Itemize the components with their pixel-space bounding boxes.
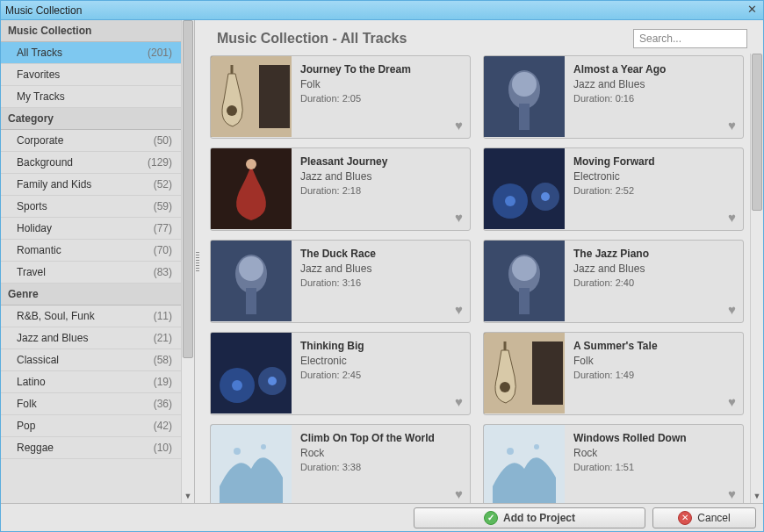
- favorite-icon[interactable]: ♥: [455, 210, 463, 225]
- album-art: [484, 333, 565, 413]
- album-art: [211, 56, 292, 137]
- track-duration: Duration: 2:40: [573, 277, 734, 288]
- track-card[interactable]: Pleasant JourneyJazz and BluesDuration: …: [210, 147, 471, 231]
- track-info: The Duck RaceJazz and BluesDuration: 3:1…: [292, 241, 470, 322]
- track-title: Thinking Big: [300, 340, 461, 352]
- track-title: A Summer's Tale: [573, 340, 734, 352]
- track-duration: Duration: 0:16: [573, 93, 734, 104]
- track-genre: Jazz and Blues: [573, 78, 734, 90]
- track-card[interactable]: The Jazz PianoJazz and BluesDuration: 2:…: [483, 240, 744, 323]
- scroll-down-icon[interactable]: ▼: [751, 490, 763, 503]
- add-to-project-button[interactable]: ✓ Add to Project: [414, 507, 645, 528]
- sidebar-item[interactable]: Corporate(50): [1, 130, 181, 152]
- svg-point-27: [268, 377, 277, 385]
- sidebar-item-label: Pop: [17, 420, 154, 432]
- track-info: Journey To the DreamFolkDuration: 2:05: [292, 56, 470, 138]
- track-title: Almost a Year Ago: [573, 63, 734, 75]
- track-card[interactable]: The Duck RaceJazz and BluesDuration: 3:1…: [210, 240, 471, 323]
- favorite-icon[interactable]: ♥: [728, 210, 736, 225]
- search-input[interactable]: [633, 29, 747, 48]
- sidebar-item-label: Favorites: [17, 68, 172, 81]
- sidebar-item[interactable]: Latino(19): [1, 371, 181, 393]
- track-card[interactable]: Windows Rolled DownRockDuration: 1:51♥: [483, 424, 744, 503]
- track-genre: Rock: [300, 447, 461, 459]
- track-card[interactable]: Thinking BigElectronicDuration: 2:45♥: [210, 332, 471, 415]
- sidebar-item[interactable]: Pop(42): [1, 415, 181, 437]
- svg-point-2: [227, 105, 237, 116]
- track-duration: Duration: 1:49: [573, 370, 734, 380]
- track-card[interactable]: Moving ForwardElectronicDuration: 2:52♥: [483, 147, 744, 231]
- svg-point-9: [246, 159, 256, 169]
- track-info: Thinking BigElectronicDuration: 2:45: [292, 333, 470, 414]
- sidebar-item[interactable]: Holiday(77): [1, 218, 181, 240]
- track-title: The Jazz Piano: [573, 248, 734, 260]
- sidebar-item-count: (70): [154, 244, 172, 256]
- svg-point-12: [505, 196, 515, 206]
- main-scroll-thumb[interactable]: [752, 54, 762, 211]
- scroll-down-icon[interactable]: ▼: [182, 490, 194, 503]
- album-art: [211, 425, 292, 503]
- sidebar-item[interactable]: Folk(36): [1, 393, 181, 415]
- sidebar-item[interactable]: Romantic(70): [1, 240, 181, 262]
- track-duration: Duration: 3:38: [300, 462, 461, 472]
- sidebar-item-label: Romantic: [17, 244, 154, 256]
- track-genre: Folk: [300, 78, 461, 90]
- favorite-icon[interactable]: ♥: [455, 302, 463, 317]
- sidebar-item[interactable]: Favorites: [1, 64, 181, 86]
- track-card[interactable]: A Summer's TaleFolkDuration: 1:49♥: [483, 332, 744, 415]
- svg-point-14: [541, 192, 550, 201]
- svg-rect-7: [519, 104, 530, 130]
- sidebar-scroll-thumb[interactable]: [183, 20, 193, 358]
- cancel-button-label: Cancel: [697, 512, 730, 524]
- sidebar-item[interactable]: Family and Kids(52): [1, 174, 181, 196]
- track-card[interactable]: Almost a Year AgoJazz and BluesDuration:…: [483, 55, 744, 139]
- sidebar-item-label: Folk: [17, 398, 154, 410]
- track-genre: Jazz and Blues: [573, 262, 734, 275]
- sidebar-scrollbar[interactable]: ▲ ▼: [181, 20, 194, 503]
- sidebar-item[interactable]: Jazz and Blues(21): [1, 327, 181, 349]
- album-art: [484, 425, 565, 503]
- sidebar-item[interactable]: All Tracks(201): [1, 42, 181, 64]
- sidebar-item-label: R&B, Soul, Funk: [17, 310, 154, 322]
- favorite-icon[interactable]: ♥: [455, 118, 463, 133]
- favorite-icon[interactable]: ♥: [728, 394, 736, 409]
- sidebar-item-count: (11): [154, 310, 172, 322]
- sidebar-item-count: (21): [154, 332, 172, 344]
- splitter-handle[interactable]: [195, 20, 201, 503]
- svg-rect-1: [259, 65, 290, 128]
- favorite-icon[interactable]: ♥: [728, 302, 736, 317]
- sidebar-item[interactable]: My Tracks: [1, 86, 181, 108]
- track-card[interactable]: Journey To the DreamFolkDuration: 2:05♥: [210, 55, 471, 139]
- track-info: The Jazz PianoJazz and BluesDuration: 2:…: [565, 241, 743, 322]
- sidebar-item[interactable]: Classical(58): [1, 349, 181, 371]
- sidebar-item[interactable]: Background(129): [1, 152, 181, 174]
- main-scrollbar[interactable]: ▲ ▼: [750, 54, 763, 503]
- close-icon[interactable]: ✕: [745, 4, 759, 18]
- sidebar-item-label: Sports: [17, 200, 154, 212]
- album-art: [484, 148, 565, 229]
- sidebar-item[interactable]: Reggae(10): [1, 437, 181, 459]
- track-duration: Duration: 1:51: [573, 462, 734, 472]
- sidebar-item-count: (19): [154, 376, 172, 388]
- favorite-icon[interactable]: ♥: [455, 394, 463, 409]
- album-art: [211, 333, 292, 413]
- cancel-button[interactable]: ✕ Cancel: [652, 507, 756, 528]
- track-genre: Folk: [573, 355, 734, 367]
- sidebar-item[interactable]: Sports(59): [1, 196, 181, 218]
- track-duration: Duration: 2:45: [300, 370, 461, 380]
- favorite-icon[interactable]: ♥: [728, 118, 736, 133]
- track-card[interactable]: Climb On Top Of the WorldRockDuration: 3…: [210, 424, 471, 503]
- track-genre: Jazz and Blues: [300, 262, 461, 275]
- sidebar: Music CollectionAll Tracks(201)Favorites…: [1, 20, 195, 503]
- track-title: Journey To the Dream: [300, 63, 461, 75]
- track-genre: Electronic: [573, 170, 734, 183]
- favorite-icon[interactable]: ♥: [455, 486, 463, 501]
- favorite-icon[interactable]: ♥: [728, 486, 736, 501]
- sidebar-item[interactable]: R&B, Soul, Funk(11): [1, 306, 181, 327]
- page-title: Music Collection - All Tracks: [217, 31, 633, 47]
- sidebar-item-count: (36): [154, 398, 172, 410]
- sidebar-item[interactable]: Travel(83): [1, 262, 181, 284]
- sidebar-item-count: (52): [154, 178, 172, 191]
- main-panel: Music Collection - All Tracks Journey To…: [201, 20, 763, 503]
- sidebar-section-header: Category: [1, 108, 181, 130]
